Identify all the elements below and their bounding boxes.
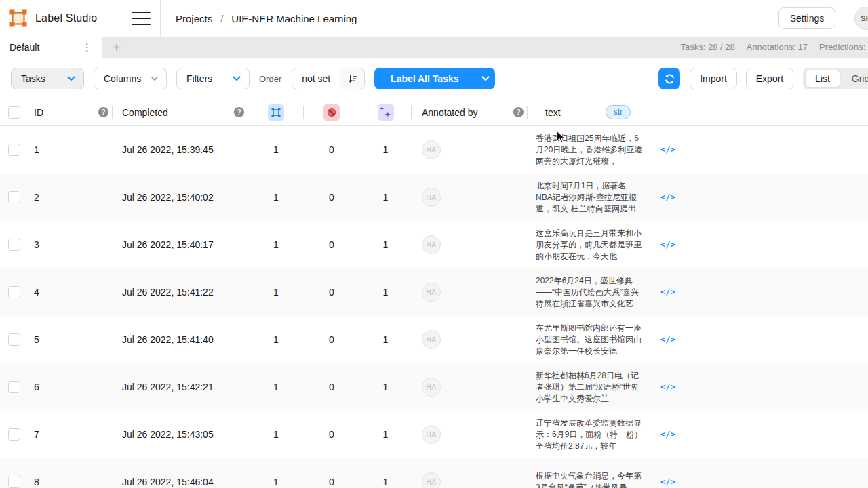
row-checkbox[interactable] xyxy=(8,428,20,441)
cell-predictions-count: 1 xyxy=(383,382,389,392)
view-mode-toggle: List Grid xyxy=(803,68,868,89)
app-header: Label Studio Projects / UIE-NER Machine … xyxy=(0,0,868,37)
row-checkbox[interactable] xyxy=(8,286,20,298)
table-row[interactable]: 7 Jul 26 2022, 15:43:05 1 0 1 HA 辽宁省发展改革… xyxy=(0,411,868,458)
cell-completed: Jul 26 2022, 15:41:22 xyxy=(122,287,214,298)
cell-predictions-count: 1 xyxy=(383,192,389,203)
view-grid-button[interactable]: Grid xyxy=(843,70,868,87)
cell-cancelled-count: 0 xyxy=(329,287,334,298)
cell-cancelled-count: 0 xyxy=(329,382,334,392)
annotator-avatar: HA xyxy=(422,140,441,159)
table-row[interactable]: 6 Jul 26 2022, 15:42:21 1 0 1 HA 新华社都柏林6… xyxy=(0,363,868,411)
cell-cancelled-count: 0 xyxy=(329,334,334,345)
chevron-down-icon xyxy=(233,76,241,81)
row-checkbox[interactable] xyxy=(8,381,20,393)
tab-default[interactable]: Default ⋮ xyxy=(0,37,102,58)
tasks-dropdown-label: Tasks xyxy=(21,73,45,84)
chevron-down-icon xyxy=(481,76,490,81)
cell-cancelled-count: 0 xyxy=(329,429,334,440)
cell-text: 在尤里斯图书馆内部还有一座小型图书馆。这座图书馆因由康奈尔第一任校长安德 xyxy=(536,323,643,357)
cancelled-annotations-column-icon[interactable] xyxy=(323,104,340,121)
row-checkbox[interactable] xyxy=(8,476,20,488)
table-row[interactable]: 4 Jul 26 2022, 15:41:22 1 0 1 HA 2022年6月… xyxy=(0,268,868,316)
label-all-tasks-button[interactable]: Label All Tasks xyxy=(374,68,495,89)
cell-cancelled-count: 0 xyxy=(329,192,334,203)
stat-annotations: Annotations: 17 xyxy=(747,42,808,52)
cell-annotations-count: 1 xyxy=(273,382,279,392)
filters-dropdown-label: Filters xyxy=(186,73,212,84)
annotator-avatar: HA xyxy=(422,378,441,396)
tasks-dropdown[interactable]: Tasks xyxy=(11,68,84,89)
code-icon[interactable]: </> xyxy=(660,240,675,249)
code-icon[interactable]: </> xyxy=(660,192,675,202)
cell-annotations-count: 1 xyxy=(273,287,279,298)
code-icon[interactable]: </> xyxy=(660,335,675,344)
cell-completed: Jul 26 2022, 15:43:05 xyxy=(122,429,214,440)
cell-annotations-count: 1 xyxy=(273,334,279,345)
annotator-avatar: HA xyxy=(422,425,441,444)
task-table-body: 1 Jul 26 2022, 15:39:45 1 0 1 HA 香港回归祖国2… xyxy=(0,126,868,488)
row-checkbox[interactable] xyxy=(8,144,20,156)
select-all-checkbox[interactable] xyxy=(8,106,20,119)
table-row[interactable]: 8 Jul 26 2022, 15:46:04 1 0 1 HA 根据中央气象台… xyxy=(0,458,868,488)
cell-predictions-count: 1 xyxy=(383,144,389,155)
cell-annotations-count: 1 xyxy=(273,429,279,440)
filters-dropdown[interactable]: Filters xyxy=(176,68,250,89)
cell-completed: Jul 26 2022, 15:46:04 xyxy=(122,476,214,487)
cell-annotations-count: 1 xyxy=(273,476,279,487)
order-control[interactable]: not set xyxy=(292,68,365,89)
code-icon[interactable]: </> xyxy=(660,477,675,487)
annotations-column-icon[interactable] xyxy=(268,104,284,121)
column-header-completed[interactable]: Completed xyxy=(122,107,168,118)
order-value[interactable]: not set xyxy=(292,68,340,89)
code-icon[interactable]: </> xyxy=(660,382,675,392)
help-icon[interactable]: ? xyxy=(513,107,524,117)
cell-id: 1 xyxy=(34,144,39,155)
hamburger-menu-icon[interactable] xyxy=(132,12,151,25)
import-button[interactable]: Import xyxy=(690,68,737,89)
column-header-text[interactable]: text xyxy=(545,107,561,118)
column-header-annotated-by[interactable]: Annotated by xyxy=(422,107,478,118)
table-row[interactable]: 2 Jul 26 2022, 15:40:02 1 0 1 HA 北京时间7月1… xyxy=(0,174,868,221)
sparkle-plus-icon: + xyxy=(380,106,384,113)
column-header-id[interactable]: ID xyxy=(34,107,43,118)
columns-dropdown[interactable]: Columns xyxy=(94,68,167,89)
add-tab-button[interactable]: + xyxy=(110,41,123,54)
row-checkbox[interactable] xyxy=(8,333,20,346)
cell-completed: Jul 26 2022, 15:39:45 xyxy=(122,144,214,155)
breadcrumb-projects-link[interactable]: Projects xyxy=(176,13,212,24)
table-row[interactable]: 5 Jul 26 2022, 15:41:40 1 0 1 HA 在尤里斯图书馆… xyxy=(0,316,868,363)
app-title: Label Studio xyxy=(35,12,132,24)
sort-direction-button[interactable] xyxy=(340,68,364,89)
table-row[interactable]: 1 Jul 26 2022, 15:39:45 1 0 1 HA 香港回归祖国2… xyxy=(0,126,868,174)
cell-text: 根据中央气象台消息，今年第3号台风“暹芭”（热带风暴 xyxy=(536,470,643,488)
cell-id: 7 xyxy=(34,429,39,440)
code-icon[interactable]: </> xyxy=(660,145,675,155)
predictions-column-icon[interactable]: + ✦ xyxy=(378,104,394,121)
help-icon[interactable]: ? xyxy=(234,107,244,117)
refresh-button[interactable] xyxy=(658,68,680,89)
annotator-avatar: HA xyxy=(422,235,441,254)
cell-text: 北京时间7月1日，据著名NBA记者沙姆斯-查拉尼亚报道，凯文-杜兰特向篮网提出 xyxy=(536,180,643,215)
user-avatar[interactable]: SH xyxy=(854,7,868,30)
code-icon[interactable]: </> xyxy=(660,287,675,297)
code-icon[interactable]: </> xyxy=(660,430,675,439)
help-icon[interactable]: ? xyxy=(98,107,108,117)
annotator-avatar: HA xyxy=(422,283,441,302)
cell-text: 新华社都柏林6月28日电（记者张琪）第二届“汉语桥”世界小学生中文秀爱尔兰 xyxy=(536,370,643,405)
table-row[interactable]: 3 Jul 26 2022, 15:40:17 1 0 1 HA 这盒乐高玩具是… xyxy=(0,221,868,268)
cell-id: 5 xyxy=(34,334,39,345)
tab-bar: Default ⋮ + Tasks: 28 / 28 Annotations: … xyxy=(0,37,868,58)
cell-predictions-count: 1 xyxy=(383,476,389,487)
settings-button[interactable]: Settings xyxy=(778,7,835,29)
annotator-avatar: HA xyxy=(422,330,441,349)
breadcrumb-separator: / xyxy=(220,13,223,24)
label-all-tasks-dropdown[interactable] xyxy=(475,72,495,85)
row-checkbox[interactable] xyxy=(8,191,20,203)
view-list-button[interactable]: List xyxy=(805,70,840,87)
export-button[interactable]: Export xyxy=(746,68,793,89)
cell-completed: Jul 26 2022, 15:40:17 xyxy=(122,239,214,250)
row-checkbox[interactable] xyxy=(8,239,20,251)
tab-options-kebab-icon[interactable]: ⋮ xyxy=(79,42,95,52)
cell-text: 辽宁省发展改革委监测数据显示：6月9日，面粉（特一粉）全省均价2.87元，较年 xyxy=(536,418,643,452)
